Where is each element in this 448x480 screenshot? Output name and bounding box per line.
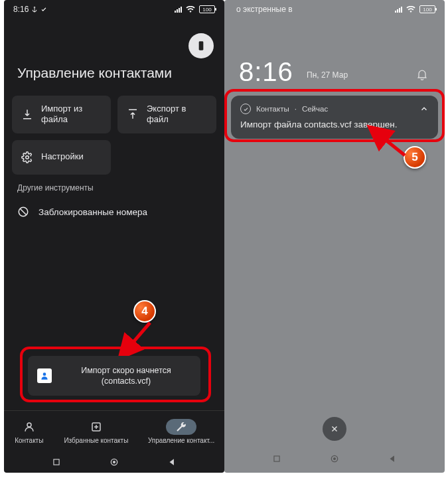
android-navbar (4, 451, 224, 473)
step-badge-5: 5 (404, 146, 426, 169)
settings-button[interactable]: Настройки (12, 140, 111, 175)
upload-icon (127, 108, 139, 120)
battery-icon: 100 (199, 5, 215, 13)
screen-lockscreen: о экстренные в 100 8:16 Пн, 27 Мар Конта… (224, 0, 445, 473)
signal-icon (175, 7, 182, 13)
nav-recents-icon[interactable] (52, 457, 61, 467)
wifi-icon (186, 6, 195, 13)
bell-icon (415, 68, 429, 81)
svg-line-4 (121, 323, 150, 356)
notif-time: Сейчас (302, 105, 328, 113)
toast-text: Импорт скоро начнется (contacts.vcf) (61, 365, 191, 387)
settings-label: Настройки (41, 151, 84, 162)
dismiss-notifications-button[interactable] (323, 417, 346, 441)
tab-favorites[interactable]: Избранные контакты (64, 419, 128, 444)
signal-icon (395, 7, 402, 13)
notification-card[interactable]: Контакты · Сейчас Импорт файла contacts.… (231, 96, 438, 139)
notif-message: Импорт файла contacts.vcf завершен. (240, 120, 429, 129)
page-title: Управление контактами (17, 65, 172, 81)
contacts-app-icon (37, 368, 52, 383)
export-to-file-button[interactable]: Экспорт в файл (117, 96, 216, 133)
device-icon (196, 40, 206, 51)
screen-contacts-manage: 8:16 100 Управление контактами Импорт из… (4, 0, 224, 473)
android-navbar (224, 449, 445, 469)
import-from-file-button[interactable]: Импорт из файла (12, 96, 111, 133)
nav-back-icon[interactable] (167, 457, 177, 467)
battery-level: 100 (423, 7, 431, 13)
close-icon (330, 424, 339, 434)
carrier-text: о экстренные в (236, 5, 293, 14)
battery-level: 100 (202, 7, 211, 13)
nav-home-icon[interactable] (329, 453, 340, 464)
svg-rect-12 (274, 456, 279, 461)
svg-point-0 (35, 7, 36, 8)
import-label: Импорт из файла (41, 104, 102, 125)
nav-home-icon[interactable] (109, 457, 119, 467)
lockscreen-date: Пн, 27 Мар (307, 70, 348, 80)
tab-manage[interactable]: Управление контакт... (148, 419, 214, 444)
svg-point-6 (27, 423, 31, 427)
battery-icon: 100 (419, 5, 435, 13)
svg-point-14 (334, 458, 336, 460)
tab-contacts[interactable]: Контакты (14, 419, 44, 444)
download-icon (21, 108, 33, 120)
anchor-icon (31, 6, 38, 13)
status-time-text: 8:16 (13, 5, 29, 14)
section-other-tools: Другие инструменты (17, 183, 94, 193)
import-toast[interactable]: Импорт скоро начнется (contacts.vcf) (28, 356, 200, 396)
lockscreen-clock: 8:16 (239, 57, 293, 87)
svg-point-2 (26, 155, 29, 159)
svg-rect-8 (54, 459, 59, 465)
notif-app-icon (240, 104, 251, 114)
blocked-numbers-item[interactable]: Заблокированные номера (12, 199, 216, 224)
svg-rect-1 (199, 41, 204, 50)
profile-fab[interactable] (188, 33, 214, 58)
wrench-icon (175, 421, 187, 433)
check-icon (40, 6, 47, 13)
status-bar: 8:16 100 (4, 0, 224, 17)
wifi-icon (406, 6, 415, 13)
export-label: Экспорт в файл (147, 104, 207, 125)
dnd-button[interactable] (414, 66, 430, 82)
block-icon (17, 206, 29, 218)
blocked-label: Заблокированные номера (38, 207, 147, 217)
step-badge-4: 4 (133, 300, 156, 323)
svg-point-5 (43, 372, 46, 376)
svg-point-10 (113, 461, 115, 463)
gear-icon (21, 151, 33, 163)
bottom-tabbar: Контакты Избранные контакты Управление к… (4, 410, 224, 451)
status-bar: о экстренные в 100 (224, 0, 445, 17)
chevron-up-icon[interactable] (419, 104, 429, 114)
nav-recents-icon[interactable] (272, 454, 281, 463)
person-icon (23, 421, 35, 433)
add-box-icon (90, 421, 102, 433)
nav-back-icon[interactable] (388, 454, 397, 463)
notif-app-name: Контакты (256, 105, 289, 113)
